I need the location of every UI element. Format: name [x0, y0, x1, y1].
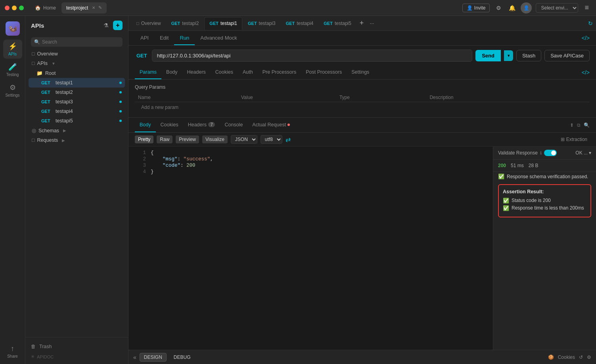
ok-label: OK ... — [575, 150, 588, 156]
sub-tab-edit[interactable]: Edit — [154, 31, 174, 45]
params-table: Name Value Type Description Add a new pa… — [135, 93, 590, 112]
stash-button[interactable]: Stash — [516, 50, 541, 61]
trash-item[interactable]: 🗑 Trash — [31, 342, 123, 351]
sidebar-item-testapi1[interactable]: GET testapi1 — [29, 78, 125, 88]
search-input[interactable] — [31, 37, 123, 47]
resp-tab-headers[interactable]: Headers 7 — [183, 118, 220, 132]
api-tab-overview[interactable]: □ Overview — [132, 17, 166, 30]
api-tab-testapi5[interactable]: GET testapi5 — [319, 17, 356, 30]
api-tab-testapi3[interactable]: GET testapi3 — [243, 17, 280, 30]
col-description: Description — [426, 93, 590, 102]
validate-toggle-switch[interactable] — [544, 150, 557, 156]
send-button[interactable]: Send — [475, 50, 501, 61]
resp-tools: ⬆ ⧉ 🔍 — [570, 122, 590, 128]
line-num-4: 4 — [135, 169, 146, 175]
params-tab-settings[interactable]: Settings — [347, 66, 374, 79]
send-dropdown-button[interactable]: ▾ — [504, 50, 513, 61]
dock-item-app[interactable]: 🦦 — [3, 19, 22, 38]
add-param-row[interactable]: Add a new param — [135, 102, 590, 113]
params-tab-cookies[interactable]: Cookies — [211, 66, 238, 79]
save-apicase-button[interactable]: Save APICase — [544, 50, 590, 61]
status-code: 200 — [498, 163, 506, 168]
debug-button[interactable]: DEBUG — [170, 353, 195, 361]
params-tab-auth[interactable]: Auth — [238, 66, 258, 79]
format-select[interactable]: JSON — [231, 135, 257, 144]
tab1-label: testapi1 — [220, 21, 237, 26]
dock-item-share[interactable]: ↑ Share — [3, 342, 22, 361]
method-get-2: GET — [41, 90, 53, 95]
bell-icon[interactable]: 🔔 — [507, 3, 517, 13]
close-button[interactable] — [5, 6, 10, 10]
ok-dropdown[interactable]: OK ... ▾ — [575, 150, 591, 156]
tab3-method: GET — [248, 21, 257, 26]
url-input[interactable] — [152, 50, 472, 62]
sidebar-item-overview[interactable]: □ Overview — [29, 49, 125, 59]
sidebar-item-root[interactable]: 📁 Root — [29, 68, 125, 78]
sub-tab-advanced-mock[interactable]: Advanced Mock — [195, 31, 243, 45]
sidebar-item-testapi5[interactable]: GET testapi5 — [29, 116, 125, 126]
save-response-icon[interactable]: ⬆ — [570, 122, 574, 128]
params-tab-post-processors[interactable]: Post Processors — [301, 66, 347, 79]
extraction-button[interactable]: ⊞ Extraction — [558, 136, 590, 143]
add-api-icon[interactable]: + — [113, 21, 123, 30]
api-tab-testapi2[interactable]: GET testapi2 — [167, 17, 204, 30]
params-tab-body[interactable]: Body — [161, 66, 182, 79]
sidebar-item-testapi2[interactable]: GET testapi2 — [29, 88, 125, 97]
visualize-button[interactable]: Visualize — [202, 135, 228, 143]
copy-response-icon[interactable]: ⧉ — [577, 122, 581, 128]
code-view-icon[interactable]: </> — [582, 35, 590, 41]
main-content: □ Overview GET testapi2 GET testapi1 GET… — [128, 16, 596, 364]
maximize-button[interactable] — [19, 6, 24, 10]
tab-testproject-label: testproject — [66, 5, 88, 11]
settings-icon[interactable]: ⚙ — [494, 3, 503, 13]
sub-tab-run-label: Run — [180, 35, 189, 41]
resp-tab-console[interactable]: Console — [220, 118, 247, 132]
encoding-select[interactable]: utf8 — [261, 135, 282, 144]
search-response-icon[interactable]: 🔍 — [584, 122, 590, 128]
history-icon[interactable]: ↺ — [579, 354, 583, 360]
sub-tab-api[interactable]: API — [135, 31, 154, 45]
design-button[interactable]: DESIGN — [140, 353, 167, 362]
code-line-4: 4 } — [128, 169, 493, 175]
minimize-button[interactable] — [12, 6, 17, 10]
settings-dock-icon: ⚙ — [10, 83, 16, 92]
sidebar-item-requests[interactable]: □ Requests ▶ — [29, 135, 125, 145]
sync-icon[interactable]: ↻ — [588, 20, 593, 27]
filter-icon[interactable]: ⚗ — [101, 21, 111, 30]
avatar[interactable]: 👤 — [521, 2, 532, 13]
api-tab-testapi4[interactable]: GET testapi4 — [281, 17, 318, 30]
params-tab-headers[interactable]: Headers — [182, 66, 211, 79]
params-tab-params[interactable]: Params — [135, 66, 161, 79]
sidebar-item-testapi4[interactable]: GET testapi4 — [29, 107, 125, 116]
sub-tab-run[interactable]: Run — [174, 31, 195, 45]
tab-home[interactable]: 🏠 Home — [30, 2, 61, 13]
tab-testproject[interactable]: testproject ✕ ✎ — [61, 2, 107, 13]
params-tab-settings-label: Settings — [351, 69, 369, 75]
params-tab-pre-processors[interactable]: Pre Processors — [258, 66, 301, 79]
preview-button[interactable]: Preview — [176, 135, 199, 143]
dock-item-settings[interactable]: ⚙ Settings — [3, 81, 22, 100]
invite-button[interactable]: 👤 Invite — [462, 4, 490, 12]
sidebar-item-schemas[interactable]: ◎ Schemas ▶ — [29, 126, 125, 135]
more-tabs-button[interactable]: ··· — [367, 19, 377, 28]
raw-button[interactable]: Raw — [157, 135, 172, 143]
dock-item-testing[interactable]: 🧪 Testing — [3, 60, 22, 79]
resp-tab-body[interactable]: Body — [135, 118, 156, 132]
collapse-icon[interactable]: « — [133, 354, 136, 360]
settings-bottom-icon[interactable]: ⚙ — [587, 354, 591, 360]
hamburger-icon[interactable]: ≡ — [582, 4, 591, 12]
resp-tab-actual-request[interactable]: Actual Request — [247, 118, 295, 132]
col-type: Type — [336, 93, 426, 102]
api-tab-testapi1[interactable]: GET testapi1 — [204, 17, 242, 30]
resp-tab-cookies[interactable]: Cookies — [156, 118, 183, 132]
add-tab-button[interactable]: + — [357, 19, 366, 28]
sidebar-item-apis[interactable]: □ APIs ▼ — [29, 59, 125, 68]
sidebar-title: APIs — [31, 22, 44, 29]
wrap-icon[interactable]: ⇄ — [286, 136, 291, 143]
params-tab-right[interactable]: </> — [582, 69, 590, 76]
sidebar-item-testapi3[interactable]: GET testapi3 — [29, 97, 125, 107]
env-select[interactable]: Select envi... — [536, 3, 578, 13]
tab-testproject-close[interactable]: ✕ — [92, 6, 95, 10]
pretty-button[interactable]: Pretty — [135, 135, 153, 143]
dock-item-apis[interactable]: ⚡ APIs — [3, 40, 22, 59]
